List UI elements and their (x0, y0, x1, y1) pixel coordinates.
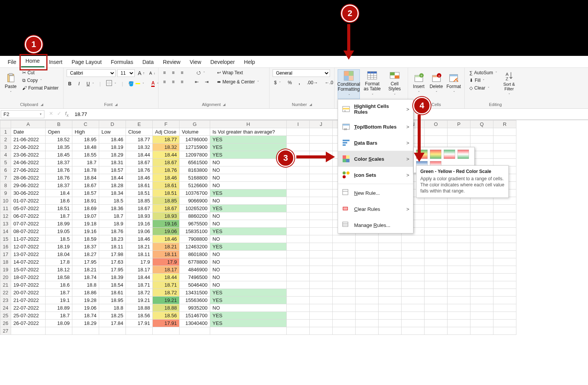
cell[interactable] (310, 136, 333, 144)
cell[interactable] (448, 304, 470, 312)
cell[interactable]: Is Vol greater than average? (210, 128, 287, 136)
sort-filter-button[interactable]: AZ Sort &Filter (501, 69, 517, 98)
cell[interactable] (425, 312, 448, 320)
cell[interactable]: 10265200 (180, 205, 210, 212)
cell[interactable] (310, 320, 333, 327)
increase-font-button[interactable]: A↑ (136, 69, 146, 77)
row-header[interactable]: 12 (0, 212, 11, 220)
cell[interactable]: 17.95 (72, 258, 99, 266)
cell[interactable]: 18.27 (72, 251, 99, 258)
cell-styles-button[interactable]: Cell Styles (385, 69, 405, 98)
cell[interactable]: 7908800 (180, 235, 210, 243)
cell[interactable]: NO (210, 304, 287, 312)
cell[interactable]: 18.74 (72, 274, 99, 281)
row-header[interactable]: 21 (0, 281, 11, 289)
cell[interactable]: 19.16 (72, 228, 99, 235)
cell[interactable]: 18.44 (153, 151, 180, 159)
cell[interactable] (493, 235, 516, 243)
cell[interactable]: High (72, 128, 99, 136)
cell[interactable] (425, 289, 448, 297)
cell[interactable] (402, 258, 425, 266)
menu-item-clear-rules[interactable]: Clear Rules> (338, 201, 413, 217)
cell[interactable] (448, 289, 470, 297)
cell[interactable] (448, 228, 470, 235)
cell[interactable]: 18.44 (126, 274, 153, 281)
cell[interactable] (493, 220, 516, 228)
cell[interactable] (287, 205, 310, 212)
cell[interactable]: 18.45 (46, 151, 72, 159)
cell[interactable] (210, 327, 287, 335)
cell[interactable]: 19.06 (153, 228, 180, 235)
cell[interactable] (470, 243, 493, 251)
row-header[interactable]: 11 (0, 205, 11, 212)
cell[interactable]: 06-07-2022 (11, 212, 46, 220)
cell[interactable]: Adj Close (153, 128, 180, 136)
cell[interactable] (493, 251, 516, 258)
cell[interactable] (470, 320, 493, 327)
cell[interactable]: 18.21 (72, 266, 99, 274)
clear-button[interactable]: ◇Clear (468, 85, 499, 91)
cell[interactable] (402, 320, 425, 327)
column-header[interactable]: E (126, 121, 153, 128)
cell[interactable] (425, 128, 448, 136)
cell[interactable] (493, 144, 516, 151)
cell[interactable] (310, 189, 333, 197)
row-header[interactable]: 20 (0, 274, 11, 281)
cell[interactable]: 18.85 (126, 197, 153, 205)
row-header[interactable]: 2 (0, 136, 11, 144)
cell[interactable]: 18.67 (153, 205, 180, 212)
cell[interactable] (72, 327, 99, 335)
align-right-button[interactable]: ≡ (179, 78, 185, 85)
cell[interactable]: YES (210, 297, 287, 304)
cell[interactable]: 22-07-2022 (11, 304, 46, 312)
cell[interactable]: 14786000 (180, 136, 210, 144)
cell[interactable]: 18.85 (153, 197, 180, 205)
cell[interactable] (402, 281, 425, 289)
cell[interactable]: 9066900 (180, 197, 210, 205)
row-header[interactable]: 5 (0, 159, 11, 166)
cell[interactable]: 05-07-2022 (11, 205, 46, 212)
cell[interactable] (448, 220, 470, 228)
cell[interactable]: YES (210, 320, 287, 327)
cell[interactable] (470, 251, 493, 258)
cell[interactable] (448, 327, 470, 335)
cell[interactable] (425, 251, 448, 258)
cell[interactable] (126, 327, 153, 335)
cell[interactable] (180, 327, 210, 335)
cell[interactable] (287, 166, 310, 174)
cell[interactable] (287, 174, 310, 182)
cell[interactable] (287, 128, 310, 136)
cell[interactable] (402, 327, 425, 335)
cell[interactable] (356, 251, 379, 258)
cell[interactable] (425, 297, 448, 304)
decrease-font-button[interactable]: A↓ (148, 70, 157, 76)
cell[interactable] (493, 266, 516, 274)
cell[interactable]: 13-07-2022 (11, 251, 46, 258)
borders-button[interactable] (105, 79, 118, 88)
cell[interactable]: 01-07-2022 (11, 197, 46, 205)
cell[interactable]: 18.7 (72, 159, 99, 166)
cell[interactable]: 6778800 (180, 258, 210, 266)
cell[interactable]: 08-07-2022 (11, 228, 46, 235)
cell[interactable]: 18.51 (153, 189, 180, 197)
cell[interactable] (448, 235, 470, 243)
cell[interactable] (310, 212, 333, 220)
cell[interactable] (493, 205, 516, 212)
cell[interactable]: 28-06-2022 (11, 174, 46, 182)
cell[interactable]: 18.99 (46, 220, 72, 228)
cell[interactable] (333, 235, 356, 243)
column-header[interactable]: D (99, 121, 126, 128)
cell[interactable]: Low (99, 128, 126, 136)
cell[interactable] (493, 312, 516, 320)
select-all-corner[interactable] (0, 121, 11, 128)
cell[interactable]: 18.34 (99, 189, 126, 197)
cell[interactable]: 15-07-2022 (11, 266, 46, 274)
italic-button[interactable]: I (77, 80, 81, 87)
cell[interactable] (448, 297, 470, 304)
cell[interactable] (493, 304, 516, 312)
cell[interactable] (448, 128, 470, 136)
cell[interactable] (493, 197, 516, 205)
cell[interactable]: NO (210, 212, 287, 220)
cell[interactable] (402, 297, 425, 304)
cell[interactable]: 7496500 (180, 274, 210, 281)
